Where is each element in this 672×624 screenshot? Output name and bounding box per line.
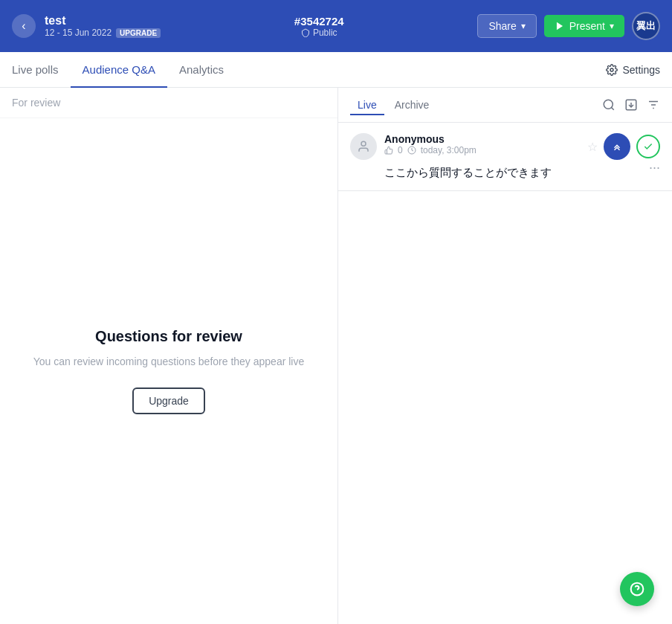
header-actions: Share ▾ Present ▾ 翼出 xyxy=(477,12,660,40)
back-button[interactable]: ‹ xyxy=(12,14,36,38)
clock-icon xyxy=(407,146,416,155)
gear-icon xyxy=(606,64,618,76)
question-info: 0 today, 3:00pm xyxy=(384,145,580,155)
share-button[interactable]: Share ▾ xyxy=(477,14,536,38)
search-button[interactable] xyxy=(602,98,616,112)
nav-tabs: Live polls Audience Q&A Analytics Settin… xyxy=(0,52,672,88)
question-actions: ☆ xyxy=(587,133,660,160)
tab-live[interactable]: Live xyxy=(350,96,384,115)
question-text: ここから質問することができます xyxy=(350,166,552,180)
svg-point-9 xyxy=(361,141,366,146)
for-review-header: For review xyxy=(0,88,337,118)
upvote-button[interactable] xyxy=(604,133,630,160)
event-id-block: #3542724 Public xyxy=(169,15,468,38)
check-icon xyxy=(643,141,653,152)
avatar-button[interactable]: 翼出 xyxy=(632,12,660,40)
main-content: For review Questions for review You can … xyxy=(0,88,672,624)
avatar-label: 翼出 xyxy=(636,19,656,33)
present-button[interactable]: Present ▾ xyxy=(544,15,624,37)
download-button[interactable] xyxy=(624,98,638,112)
review-title: Questions for review xyxy=(95,328,242,345)
tab-analytics[interactable]: Analytics xyxy=(167,53,236,88)
upgrade-button[interactable]: Upgrade xyxy=(132,387,205,414)
question-timestamp: today, 3:00pm xyxy=(421,145,476,155)
more-options-button[interactable]: ··· xyxy=(649,160,660,176)
filter-icon xyxy=(647,98,660,112)
question-header: Anonymous 0 today, 3:00pm ☆ xyxy=(350,133,660,160)
chevron-up-icon xyxy=(612,141,622,152)
event-visibility: Public xyxy=(169,28,468,38)
filter-button[interactable] xyxy=(647,98,660,112)
review-description: You can review incoming questions before… xyxy=(33,354,305,370)
svg-point-1 xyxy=(610,68,613,71)
help-button[interactable] xyxy=(620,572,654,606)
avatar xyxy=(350,133,377,160)
svg-marker-0 xyxy=(557,22,563,30)
thumbs-up-icon xyxy=(384,146,393,155)
settings-button[interactable]: Settings xyxy=(606,64,660,76)
header: ‹ test 12 - 15 Jun 2022 UPGRADE #3542724… xyxy=(0,0,672,52)
share-label: Share xyxy=(488,20,516,32)
tab-live-polls[interactable]: Live polls xyxy=(12,53,71,88)
question-mark-icon xyxy=(630,582,644,596)
tab-audience-qa[interactable]: Audience Q&A xyxy=(71,53,167,88)
shield-icon xyxy=(301,28,310,37)
present-label: Present xyxy=(569,20,605,32)
upgrade-badge: UPGRADE xyxy=(116,28,161,38)
like-count: 0 xyxy=(398,145,403,155)
left-panel: For review Questions for review You can … xyxy=(0,88,338,624)
download-icon xyxy=(624,98,638,112)
review-empty-state: Questions for review You can review inco… xyxy=(0,118,337,624)
event-id: #3542724 xyxy=(169,15,468,28)
settings-label: Settings xyxy=(622,64,660,76)
play-icon xyxy=(555,21,565,31)
right-panel: Live Archive xyxy=(338,88,672,624)
question-card: Anonymous 0 today, 3:00pm ☆ xyxy=(338,123,672,191)
svg-line-3 xyxy=(611,107,613,109)
user-icon xyxy=(357,140,370,153)
approve-button[interactable] xyxy=(636,135,660,158)
chevron-down-icon: ▾ xyxy=(610,21,614,31)
star-button[interactable]: ☆ xyxy=(587,140,598,154)
event-title-block: test 12 - 15 Jun 2022 UPGRADE xyxy=(45,14,161,38)
search-icon xyxy=(602,98,616,112)
svg-point-2 xyxy=(604,100,613,109)
tab-archive[interactable]: Archive xyxy=(387,96,437,114)
event-title: test xyxy=(45,14,161,28)
event-date: 12 - 15 Jun 2022 xyxy=(45,28,112,38)
chevron-down-icon: ▾ xyxy=(521,21,526,31)
question-author: Anonymous xyxy=(384,133,580,145)
event-subtitle: 12 - 15 Jun 2022 UPGRADE xyxy=(45,28,161,38)
question-meta: Anonymous 0 today, 3:00pm xyxy=(384,133,580,155)
right-panel-actions xyxy=(602,98,660,112)
right-panel-tabs: Live Archive xyxy=(338,88,672,123)
